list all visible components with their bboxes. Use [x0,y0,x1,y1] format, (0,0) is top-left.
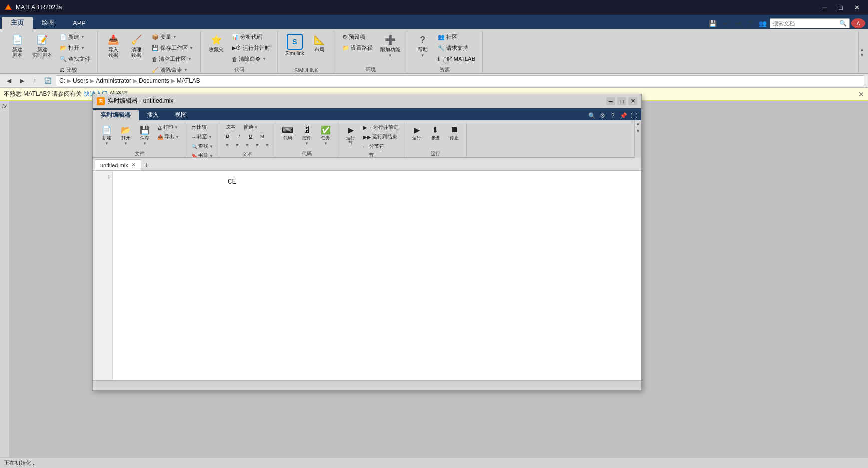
request-support-button[interactable]: 🔧 请求支持 [435,43,478,53]
tab-plot[interactable]: 绘图 [33,17,64,29]
close-button[interactable]: ✕ [849,2,864,12]
le-code-button[interactable]: ⌨ 代码 [279,123,297,142]
le-underline-button[interactable]: U [246,133,256,141]
community-button[interactable]: 👥 社区 [435,32,478,42]
le-export-button[interactable]: 📤 导出 ▼ [155,132,182,141]
le-run-section-button[interactable]: ▶ 运行节 [342,123,360,147]
add-ons-button[interactable]: ➕ 附加功能 ▼ [378,32,403,60]
analyze-code-button[interactable]: 📊 分析代码 [229,32,273,42]
learn-matlab-button[interactable]: ℹ 了解 MATLAB [435,54,478,64]
le-step-button[interactable]: ⬇ 步进 [427,123,444,142]
new-live-script-button[interactable]: 📝 新建实时脚本 [30,32,55,60]
le-controls-button[interactable]: 🎛 控件 ▼ [298,123,316,147]
le-tab-editor-label: 实时编辑器 [101,111,131,119]
le-export-label: 导出 [164,133,174,140]
le-run-button[interactable]: ▶ 运行 [408,123,426,142]
ribbon-scroll[interactable]: ▲ ▼ [858,31,865,73]
run-time-button[interactable]: ▶⏱ 运行并计时 [229,43,273,53]
le-run-advance-button[interactable]: ▶→ 运行并前进 [361,123,401,132]
open-button[interactable]: 📂 打开 ▼ [57,43,93,53]
le-tab-view[interactable]: 视图 [167,110,195,120]
le-close-button[interactable]: ✕ [628,97,637,105]
import-data-button[interactable]: 📥 导入数据 [103,32,124,60]
le-ribbon-scroll-down[interactable]: ▼ [635,127,642,134]
le-section-break-button[interactable]: — 分节符 [361,142,401,151]
maximize-button[interactable]: □ [833,2,848,12]
clear-cmd2-button[interactable]: 🗑 清除命令 ▼ [229,54,273,64]
le-tab-editor[interactable]: 实时编辑器 [93,110,139,120]
le-align3-button[interactable]: ≡ [243,142,252,150]
up-button[interactable]: ↑ [30,76,40,86]
simulink-group-label: SIMULINK [294,68,318,73]
le-maximize-button[interactable]: □ [617,97,626,105]
clean-data-button[interactable]: 🧹 清理数据 [126,32,147,60]
favorites-button[interactable]: ⭐ 收藏夹 [206,32,227,54]
le-ribbon-scroll-up[interactable]: ▲ [635,120,642,127]
le-save-button[interactable]: 💾 保存 ▼ [136,123,154,147]
search-box[interactable]: 搜索文档 🔍 [770,18,850,28]
qa-help-btn[interactable]: ? [745,18,756,29]
ribbon-group-code: ⭐ 收藏夹 📊 分析代码 ▶⏱ 运行并计时 🗑 清除命令 ▼ 代码 [202,31,278,73]
le-minimize-button[interactable]: ─ [606,97,615,105]
le-ribbon-scroll[interactable]: ▲ ▼ [634,120,641,158]
le-find-button[interactable]: 🔍 查找 ▼ [189,142,216,151]
le-settings-icon-btn[interactable]: ⚙ [598,111,607,120]
back-button[interactable]: ◀ [4,76,14,86]
le-tasks-button[interactable]: ✅ 任务 ▼ [317,123,335,147]
le-add-tab-button[interactable]: + [141,159,152,170]
clear-command-button[interactable]: 🧹 清除命令 ▼ [149,65,196,74]
le-open-button[interactable]: 📂 打开 ▼ [117,123,135,147]
le-editor-content[interactable]: CE 1 [93,171,641,380]
breadcrumb[interactable]: C: ▶ Users ▶ Administrator ▶ Documents ▶… [56,75,864,86]
qa-undo-btn[interactable]: ↩ [720,18,731,29]
le-align1-button[interactable]: ≡ [223,142,232,150]
le-bold-button[interactable]: B [223,133,233,141]
le-text-button[interactable]: 文本 [223,123,239,131]
tab-app[interactable]: APP [64,17,95,29]
le-question-icon-btn[interactable]: ? [608,111,617,120]
le-mono-button[interactable]: M [257,133,267,141]
le-align2-button[interactable]: ≡ [233,142,242,150]
le-search-icon-btn[interactable]: 🔍 [587,111,596,120]
le-file-tab-untitled[interactable]: untitled.mlx ✕ [95,159,141,170]
le-stop-button[interactable]: ⏹ 停止 [445,123,463,142]
le-bookmark-button[interactable]: 🔖 书签 ▼ [189,151,216,158]
refresh-folder-button[interactable]: 🔄 [43,76,53,86]
preferences-button[interactable]: ⚙ 预设项 [339,32,376,42]
find-files-button[interactable]: 🔍 查找文件 [57,54,93,64]
le-align4-button[interactable]: ≡ [253,142,262,150]
add-ons-label: 附加功能 [380,47,400,52]
le-expand-icon-btn[interactable]: ⛶ [629,111,638,120]
user-avatar[interactable]: A [851,18,865,28]
le-file-tab-close-button[interactable]: ✕ [131,162,136,168]
minimize-button[interactable]: ─ [817,2,832,12]
le-compare-button[interactable]: ⚖ 比较 [189,123,216,132]
community-icon: 👥 [438,34,445,40]
tab-home[interactable]: 主页 [2,17,33,29]
le-run-end-button[interactable]: ▶▶ 运行到结束 [361,132,401,141]
le-print-button[interactable]: 🖨 打印 ▼ [155,123,182,132]
help-button[interactable]: ? 帮助 ▼ [412,32,433,60]
qa-redo-btn[interactable]: ↪ [732,18,743,29]
compare-button[interactable]: ⚖ 比较 [57,65,93,74]
new-script-button[interactable]: 📄 新建脚本 [7,32,28,60]
forward-button[interactable]: ▶ [17,76,27,86]
qa-save-btn[interactable]: 💾 [707,18,718,29]
new-button[interactable]: 📄 新建 ▼ [57,32,93,42]
clear-workspace-button[interactable]: 🗑 清空工作区 ▼ [149,54,196,64]
variable-button[interactable]: 📦 变量 ▼ [149,32,196,42]
info-bar-close-button[interactable]: ✕ [858,90,864,98]
set-path-button[interactable]: 📁 设置路径 [339,43,376,53]
le-normal-button[interactable]: 普通 ▼ [241,123,261,132]
le-italic-button[interactable]: I [234,133,244,141]
le-pin-icon-btn[interactable]: 📌 [619,111,628,120]
simulink-button[interactable]: S Simulink [283,32,307,58]
qa-community-btn[interactable]: 👥 [757,18,768,29]
le-align5-button[interactable]: ≡ [263,142,272,150]
le-tab-insert[interactable]: 插入 [139,110,167,120]
le-goto-button[interactable]: → 转至 ▼ [189,132,216,141]
save-workspace-button[interactable]: 💾 保存工作区 ▼ [149,43,196,53]
le-export-icon: 📤 [157,134,163,140]
le-new-button[interactable]: 📄 新建 ▼ [98,123,116,147]
layout-button[interactable]: 📐 布局 [309,32,330,54]
